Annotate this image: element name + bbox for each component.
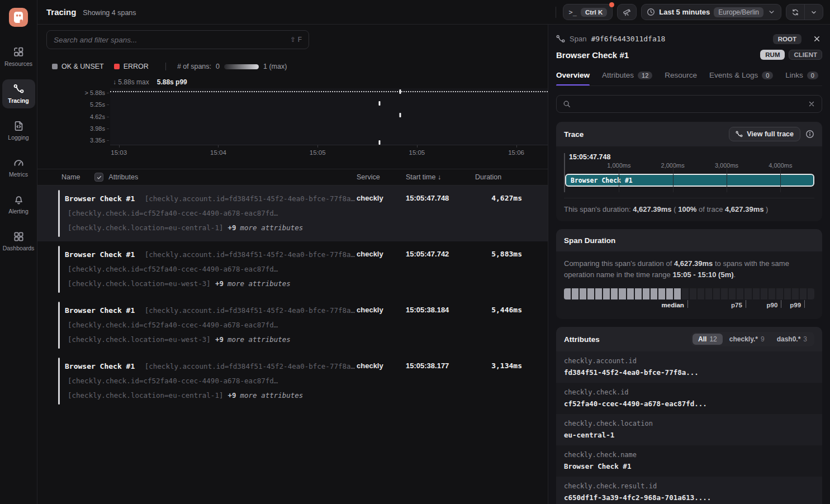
trace-card-header: Trace View full trace [556, 122, 822, 146]
column-header-attributes[interactable]: Attributes [108, 173, 138, 181]
service-cell: checkly [357, 191, 406, 235]
attributes-checkbox[interactable] [94, 173, 103, 182]
trace-timeline: 15:05:47.748 1,000ms2,000ms3,000ms4,000m… [564, 153, 814, 192]
span-attr-1: [checkly.account.id=fd384f51-45f2-4ea0-b… [140, 362, 355, 370]
span-label: Span [570, 35, 586, 43]
span-data-point[interactable] [400, 89, 401, 94]
histogram-segment [784, 288, 791, 299]
refresh-button[interactable] [786, 4, 804, 20]
topbar: Tracing Showing 4 spans >_ Ctrl K Last 5… [37, 0, 830, 25]
refresh-options-button[interactable] [805, 4, 823, 20]
sidebar-item-resources[interactable]: Resources [2, 42, 35, 72]
span-name-cell: Browser Check #1 [checkly.account.id=fd3… [58, 191, 357, 235]
sidebar-item-dashboards[interactable]: Dashboards [2, 227, 35, 256]
column-header-start-time[interactable]: Start time ↓ [406, 173, 475, 181]
trace-start-time: 15:05:47.748 [565, 153, 814, 161]
tab-attributes[interactable]: Attributes12 [602, 71, 652, 85]
tab-label: Events & Logs [709, 71, 758, 79]
panel-search-bar [556, 95, 822, 113]
histogram-segment [705, 288, 712, 299]
span-detail-panel: Span #9f6f6443011dfa18 ROOT Browser Chec… [548, 25, 830, 504]
table-row[interactable]: Browser Check #1 [checkly.account.id=fd3… [37, 241, 548, 297]
announcements-button[interactable] [617, 4, 637, 20]
span-attr-line-2: [checkly.check.id=cf52fa40-ccec-4490-a67… [65, 206, 357, 220]
attribute-row[interactable]: checkly.check.nameBrowser Check #1 [556, 445, 822, 477]
span-name: Browser Check #1 [65, 194, 135, 203]
histogram-segment [744, 288, 751, 299]
percentile-tick [746, 300, 746, 308]
attributes-list: checkly.account.idfd384f51-45f2-4ea0-bfc… [556, 351, 822, 504]
tab-events-logs[interactable]: Events & Logs0 [709, 71, 773, 85]
attribute-row[interactable]: checkly.check.idcf52fa40-ccec-4490-a678-… [556, 383, 822, 414]
sidebar-item-logging[interactable]: Logging [2, 116, 35, 145]
histogram-segment [729, 288, 736, 299]
refresh-icon [791, 8, 799, 16]
table-header-name-group: Name Attributes [58, 173, 357, 182]
histogram-segment [792, 288, 799, 299]
y-axis-tick: 4.62s [90, 113, 105, 120]
span-header: Span #9f6f6443011dfa18 ROOT [556, 34, 822, 44]
timeline-ticks: 1,000ms2,000ms3,000ms4,000ms [565, 162, 814, 171]
histogram-segment [698, 288, 704, 299]
attr-filter-chip-dash0[interactable]: dash0.*3 [771, 334, 813, 345]
table-row[interactable]: Browser Check #1 [checkly.account.id=fd3… [37, 353, 548, 409]
close-panel-button[interactable] [812, 34, 822, 44]
span-data-point[interactable] [400, 113, 401, 117]
sidebar-item-label: Dashboards [3, 245, 35, 251]
time-range-button[interactable]: Last 5 minutes Europe/Berlin [641, 4, 781, 20]
duration-scatter-plot[interactable]: > 5.88s5.25s4.62s3.98s3.35s [110, 88, 548, 145]
sidebar-item-alerting[interactable]: Alerting [2, 190, 35, 219]
resources-icon [13, 47, 24, 58]
attribute-row[interactable]: checkly.account.idfd384f51-45f2-4ea0-bfc… [556, 351, 822, 383]
legend-error[interactable]: ERROR [114, 63, 149, 70]
span-attr-1: [checkly.account.id=fd384f51-45f2-4ea0-b… [140, 194, 355, 203]
span-attr-2: [checkly.check.id=cf52fa40-ccec-4490-a67… [68, 321, 278, 329]
sidebar-item-tracing[interactable]: Tracing [2, 79, 35, 108]
duration-cell: 5,446ms [475, 303, 522, 346]
column-header-service[interactable]: Service [357, 173, 406, 181]
sidebar-item-metrics[interactable]: Metrics [2, 153, 35, 182]
histogram-segment [595, 288, 602, 299]
column-header-name[interactable]: Name [61, 173, 80, 181]
trace-info-button[interactable] [805, 130, 814, 139]
histogram-segment [690, 288, 696, 299]
span-name-cell: Browser Check #1 [checkly.account.id=fd3… [58, 247, 357, 291]
p99-annotation: 5.88s p99 [157, 78, 187, 86]
tab-overview[interactable]: Overview [556, 71, 590, 85]
span-data-point[interactable] [378, 101, 380, 106]
tab-links[interactable]: Links0 [785, 71, 818, 85]
attr-filter-chip-checkly[interactable]: checkly.*9 [724, 334, 770, 345]
spans-search-input[interactable] [54, 36, 290, 44]
column-header-duration[interactable]: Duration [475, 173, 522, 181]
span-count-subtitle: Showing 4 spans [83, 9, 136, 17]
x-axis-tick: 15:03 [111, 149, 127, 156]
view-full-trace-button[interactable]: View full trace [729, 127, 800, 141]
command-palette-button[interactable]: >_ Ctrl K [563, 4, 613, 20]
span-data-point[interactable] [378, 140, 380, 145]
attribute-row[interactable]: checkly.check.result.idc650df1f-3a39-4fc… [556, 477, 822, 504]
table-row[interactable]: Browser Check #1 [checkly.account.id=fd3… [37, 297, 548, 353]
more-attributes-count: +9 [227, 391, 236, 400]
attribute-row[interactable]: checkly.check.locationeu-central-1 [556, 414, 822, 445]
span-bar[interactable]: Browser Check #1 [565, 174, 814, 187]
tab-resource[interactable]: Resource [665, 71, 697, 85]
x-axis-tickmark [218, 145, 219, 148]
panel-search-input[interactable] [575, 100, 803, 108]
dashboards-icon [13, 231, 24, 242]
check-icon [96, 174, 102, 180]
attribute-value: cf52fa40-ccec-4490-a678-eac87fd... [564, 400, 814, 408]
right-column: Tracing Showing 4 spans >_ Ctrl K Last 5… [37, 0, 830, 504]
attr-filter-chip-all[interactable]: All12 [693, 334, 723, 345]
legend-ok[interactable]: OK & UNSET [52, 63, 104, 70]
timeline-gridline [780, 164, 781, 192]
topbar-left: Tracing Showing 4 spans [46, 7, 136, 17]
table-row[interactable]: Browser Check #1 [checkly.account.id=fd3… [37, 186, 548, 241]
sidebar-nav: ResourcesTracingLoggingMetricsAlertingDa… [2, 42, 35, 264]
span-title: Browser Check #1 [556, 50, 629, 60]
app-logo[interactable] [9, 8, 28, 27]
y-axis-tick: 5.25s [90, 101, 105, 108]
x-axis-tickmark [417, 145, 418, 148]
clear-search-icon[interactable] [808, 100, 815, 108]
x-axis-tickmark [317, 145, 318, 148]
sidebar-item-label: Resources [4, 60, 32, 67]
